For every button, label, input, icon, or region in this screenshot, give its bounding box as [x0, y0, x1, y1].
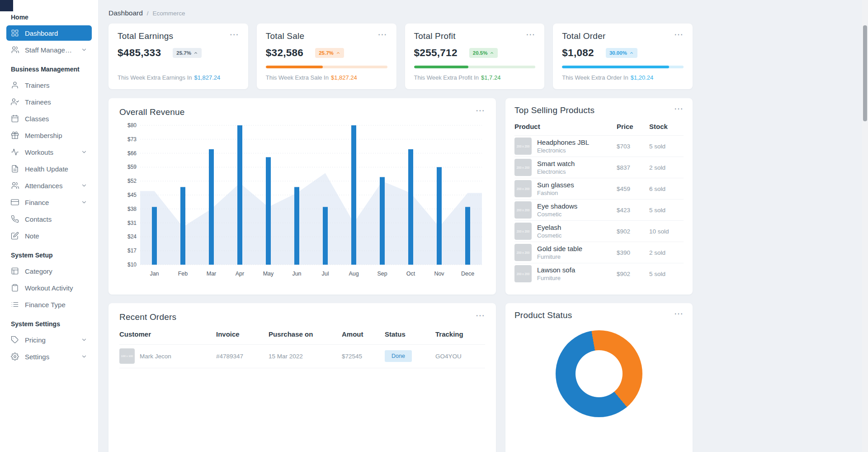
product-stock: 5 sold [649, 271, 684, 277]
card-header: Top Selling Products ⋯ [514, 105, 684, 115]
product-status-donut-chart [556, 330, 642, 417]
sidebar-item-health-update[interactable]: Health Update [6, 161, 92, 176]
order-row[interactable]: 100 x 100Mark Jecon#478934715 Mar 2022$7… [119, 344, 485, 368]
sidebar-item-workouts[interactable]: Workouts [6, 144, 92, 160]
product-cell: 200 x 200Eye shadowsCosmetic [514, 201, 617, 219]
scrollbar-thumb[interactable] [863, 25, 867, 121]
product-row[interactable]: 200 x 200Smart watchElectronics$8372 sol… [514, 157, 684, 178]
thumbnail-placeholder-text: 200 x 200 [517, 230, 530, 233]
stat-value: $32,586 [266, 47, 303, 59]
product-category: Electronics [537, 147, 589, 154]
x-axis-label: Jul [322, 271, 329, 277]
x-axis-label: Sep [377, 271, 387, 277]
sidebar-item-workout-activity[interactable]: Workout Activity [6, 280, 92, 295]
sidebar-item-category[interactable]: Category [6, 263, 92, 279]
product-row[interactable]: 200 x 200Gold side tableFurniture$3902 s… [514, 242, 684, 263]
sidebar-item-finance-type[interactable]: Finance Type [6, 297, 92, 312]
sidebar-item-staff-management[interactable]: Staff Management [6, 42, 92, 57]
x-axis-label: Aug [349, 271, 359, 277]
stat-card-title: Total Order [562, 31, 605, 41]
more-menu-icon[interactable]: ⋯ [476, 107, 485, 114]
revenue-bar [437, 167, 442, 265]
product-thumbnail: 200 x 200 [514, 138, 532, 155]
membership-icon [11, 131, 19, 139]
stat-note: This Week Extra Sale In$1,827.24 [266, 74, 387, 81]
product-category: Electronics [537, 168, 575, 175]
sidebar-item-trainers[interactable]: Trainers [6, 77, 92, 93]
column-header-stock: Stock [649, 123, 684, 130]
table-header-row: CustomerInvoicePusrchase onAmoutStatusTr… [119, 322, 485, 344]
revenue-bar [351, 125, 356, 265]
product-name: Gold side table [537, 245, 582, 252]
thumbnail-placeholder-text: 200 x 200 [517, 187, 530, 190]
sidebar-item-pricing[interactable]: Pricing [6, 332, 92, 347]
chevron-up-icon [490, 51, 494, 55]
revenue-bar [294, 187, 299, 265]
more-menu-icon[interactable]: ⋯ [476, 312, 485, 319]
sidebar-item-trainees[interactable]: Trainees [6, 94, 92, 109]
product-cell: 200 x 200EyelashCosmetic [514, 223, 617, 240]
product-name: Sun glasses [537, 181, 574, 189]
trainer-icon [11, 81, 19, 89]
product-category: Fashion [537, 190, 574, 196]
table-header-row: ProductPriceStock [514, 115, 684, 135]
product-stock: 2 sold [649, 249, 684, 256]
x-axis-label: Apr [236, 271, 244, 277]
recent-orders-table: CustomerInvoicePusrchase onAmoutStatusTr… [119, 322, 485, 368]
staff-icon [11, 46, 19, 54]
product-row[interactable]: 200 x 200Lawson sofaFurniture$9025 sold [514, 263, 684, 284]
sidebar-item-label: Trainers [25, 81, 87, 89]
sidebar-item-membership[interactable]: Membership [6, 128, 92, 143]
trend-badge: 30.00% [606, 48, 637, 58]
column-header-price: Price [617, 123, 649, 130]
top-selling-products-card: Top Selling Products ⋯ ProductPriceStock… [505, 98, 693, 295]
sidebar-item-dashboard[interactable]: Dashboard [6, 25, 92, 41]
y-axis-label: $52 [127, 178, 137, 184]
product-row[interactable]: 200 x 200Sun glassesFashion$4596 sold [514, 178, 684, 199]
column-header-invoice: Invoice [216, 330, 269, 338]
middle-row: Overall Revenue ⋯ $80$73$66$59$52$45$38$… [108, 98, 693, 295]
status-badge: Done [385, 350, 412, 362]
calendar-icon [11, 114, 19, 123]
card-header: Overall Revenue ⋯ [119, 107, 485, 117]
stat-value: $255,712 [414, 47, 458, 59]
more-menu-icon[interactable]: ⋯ [674, 31, 684, 38]
sidebar-item-label: Attendances [25, 182, 75, 190]
product-status-card: Product Status ⋯ [505, 303, 693, 452]
y-axis-label: $38 [127, 206, 137, 212]
revenue-bar-chart: $80$73$66$59$52$45$38$31$24$17$10JanFebM… [119, 121, 485, 282]
product-category: Furniture [537, 253, 582, 260]
product-thumbnail: 200 x 200 [514, 159, 532, 176]
sidebar-item-settings[interactable]: Settings [6, 349, 92, 364]
sidebar-item-label: Contacts [25, 215, 87, 223]
logo-fragment [0, 0, 13, 11]
sidebar-item-finance[interactable]: Finance [6, 195, 92, 210]
scrollbar[interactable] [862, 0, 868, 452]
sidebar-item-attendances[interactable]: Attendances [6, 178, 92, 193]
breadcrumb-page: Ecommerce [152, 10, 185, 17]
sidebar-item-note[interactable]: Note [6, 228, 92, 243]
breadcrumb-section[interactable]: Dashboard [108, 9, 143, 17]
health-icon [11, 165, 19, 173]
trend-badge: 25.7% [173, 48, 202, 58]
trend-badge-value: 30.00% [609, 50, 627, 56]
more-menu-icon[interactable]: ⋯ [230, 31, 239, 38]
sidebar: HomeDashboardStaff ManagementBusiness Ma… [0, 0, 99, 452]
card-header: Total Order⋯ [562, 31, 684, 41]
more-menu-icon[interactable]: ⋯ [378, 31, 387, 38]
product-row[interactable]: 200 x 200Headphones JBLElectronics$7035 … [514, 135, 684, 157]
product-row[interactable]: 200 x 200EyelashCosmetic$90210 sold [514, 220, 684, 242]
sidebar-item-classes[interactable]: Classes [6, 111, 92, 126]
more-menu-icon[interactable]: ⋯ [526, 31, 535, 38]
sidebar-item-label: Category [25, 267, 87, 275]
more-menu-icon[interactable]: ⋯ [674, 310, 684, 317]
product-row[interactable]: 200 x 200Eye shadowsCosmetic$4235 sold [514, 199, 684, 220]
card-header: Product Status ⋯ [514, 310, 684, 320]
product-thumbnail: 200 x 200 [514, 244, 532, 261]
sidebar-item-label: Trainees [25, 98, 87, 106]
more-menu-icon[interactable]: ⋯ [674, 105, 684, 112]
sidebar-item-contacts[interactable]: Contacts [6, 211, 92, 227]
progress-bar-fill [562, 66, 669, 68]
x-axis-label: Feb [178, 271, 188, 277]
stat-note-amount: $1,20.24 [631, 74, 654, 81]
